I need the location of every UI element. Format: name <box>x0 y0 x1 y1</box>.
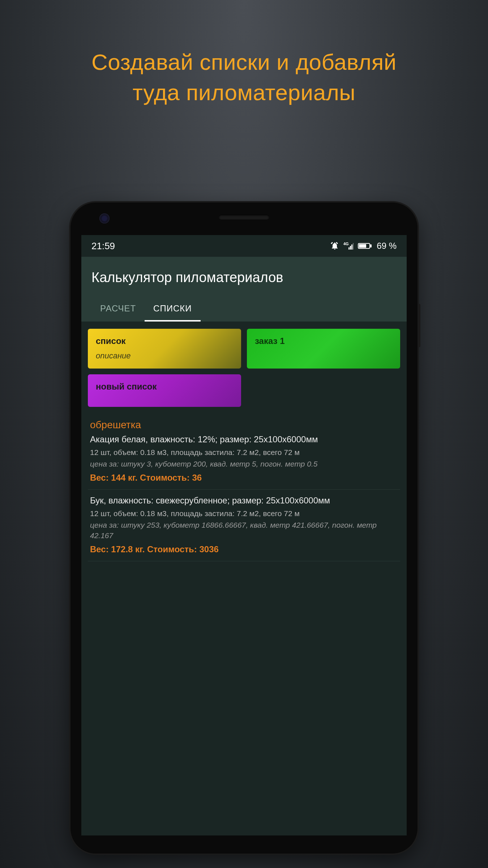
app-title: Калькулятор пиломатериалов <box>91 270 397 297</box>
item-spec: Бук, влажность: свежесрубленное; размер:… <box>90 495 398 506</box>
tab-calc[interactable]: РАСЧЕТ <box>91 297 145 322</box>
card-title: новый список <box>96 382 233 392</box>
svg-rect-4 <box>353 243 354 250</box>
card-title: заказ 1 <box>255 336 392 346</box>
phone-frame: 21:59 4G 69 % <box>70 203 418 854</box>
list-card-yellow[interactable]: список описание <box>88 329 241 369</box>
svg-rect-7 <box>359 244 366 248</box>
item-result: Вес: 172.8 кг. Стоимость: 3036 <box>90 544 398 554</box>
phone-speaker <box>219 214 269 220</box>
material-item-1[interactable]: обрешетка Акация белая, влажность: 12%; … <box>88 413 400 490</box>
status-time: 21:59 <box>91 241 115 252</box>
list-card-purple[interactable]: новый список <box>88 374 241 407</box>
app-screen: 21:59 4G 69 % <box>81 235 407 835</box>
card-desc: описание <box>96 351 233 361</box>
tab-lists[interactable]: СПИСКИ <box>145 297 200 322</box>
list-card-green[interactable]: заказ 1 <box>247 329 400 369</box>
app-header: Калькулятор пиломатериалов РАСЧЕТ СПИСКИ <box>81 257 407 322</box>
promo-line2: туда пиломатериалы <box>22 77 466 108</box>
battery-icon <box>358 242 372 250</box>
phone-side-button <box>418 304 420 347</box>
svg-text:4G: 4G <box>343 242 349 246</box>
card-title: список <box>96 336 233 346</box>
phone-hardware-top <box>70 203 418 231</box>
svg-rect-3 <box>351 244 352 250</box>
phone-camera <box>99 213 110 224</box>
item-detail: 12 шт, объем: 0.18 м3, площадь застила: … <box>90 448 398 457</box>
item-detail: 12 шт, объем: 0.18 м3, площадь застила: … <box>90 509 398 518</box>
tabs: РАСЧЕТ СПИСКИ <box>91 297 397 322</box>
svg-rect-2 <box>350 246 351 250</box>
status-right: 4G 69 % <box>330 241 397 251</box>
item-title: обрешетка <box>90 419 398 431</box>
content-area: список описание заказ 1 новый список обр… <box>81 322 407 569</box>
promo-line1: Создавай списки и добавляй <box>22 47 466 77</box>
card-grid: список описание заказ 1 новый список <box>88 329 400 407</box>
item-result: Вес: 144 кг. Стоимость: 36 <box>90 473 398 483</box>
battery-percent: 69 % <box>377 241 397 251</box>
material-item-2[interactable]: Бук, влажность: свежесрубленное; размер:… <box>88 490 400 561</box>
svg-rect-1 <box>348 247 350 250</box>
alarm-icon <box>330 242 339 250</box>
svg-rect-6 <box>370 245 371 247</box>
item-price: цена за: штуку 3, кубометр 200, квад. ме… <box>90 459 398 469</box>
network-icon: 4G <box>343 242 354 250</box>
status-bar: 21:59 4G 69 % <box>81 235 407 257</box>
item-price: цена за: штуку 253, кубометр 16866.66667… <box>90 520 398 541</box>
promo-title: Создавай списки и добавляй туда пиломате… <box>0 0 488 107</box>
item-spec: Акация белая, влажность: 12%; размер: 25… <box>90 434 398 444</box>
